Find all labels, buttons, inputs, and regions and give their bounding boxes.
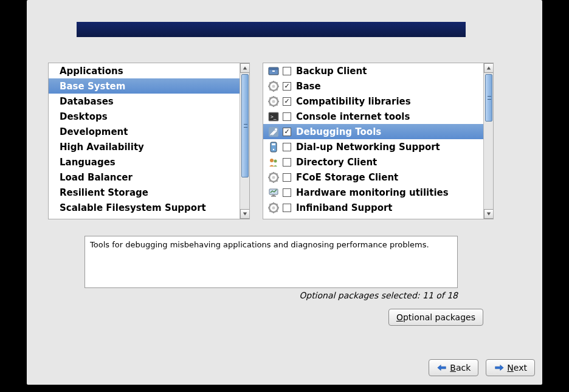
installer-page: ApplicationsBase SystemDatabasesDesktops… [27,0,542,385]
category-item[interactable]: Desktops [49,109,240,124]
gear-icon [267,95,280,108]
package-label: Dial-up Networking Support [296,142,440,153]
package-checkbox[interactable] [283,112,291,121]
svg-point-31 [274,159,277,162]
gear-icon [267,171,280,184]
package-item[interactable]: Hardware monitoring utilities [263,185,483,200]
package-checkbox[interactable] [283,143,291,151]
category-item[interactable]: Databases [49,94,240,109]
package-item[interactable]: ✓Debugging Tools [263,124,483,139]
package-item[interactable]: Infiniband Support [263,200,483,215]
package-item[interactable]: Dial-up Networking Support [263,139,483,154]
scroll-up-button[interactable] [240,63,250,73]
svg-line-38 [270,173,271,174]
svg-line-51 [270,204,271,205]
arrow-left-icon [436,363,447,372]
category-item[interactable]: Base System [49,78,240,94]
description-text: Tools for debugging misbehaving applicat… [90,240,429,249]
monitor-icon [267,186,280,199]
category-label: Databases [60,96,114,107]
package-label: Compatibility libraries [296,96,411,107]
svg-line-22 [277,97,278,98]
category-label: Base System [60,81,125,92]
category-label: Resilient Storage [60,187,148,198]
gear-icon [267,80,280,93]
package-label: Debugging Tools [296,126,381,137]
svg-line-10 [277,89,278,90]
svg-point-26 [275,128,277,131]
package-label: Hardware monitoring utilities [296,187,449,198]
svg-line-41 [277,173,278,174]
category-label: Scalable Filesystem Support [60,202,206,213]
package-item[interactable]: FCoE Storage Client [263,170,483,185]
package-item[interactable]: ✓Compatibility libraries [263,94,483,109]
svg-point-4 [272,84,275,88]
scroll-down-button[interactable] [484,209,494,219]
category-label: Languages [60,157,116,168]
optional-packages-button[interactable]: Optional packages [388,309,483,326]
package-label: Directory Client [296,157,377,168]
svg-line-21 [270,104,271,105]
package-checkbox[interactable]: ✓ [283,82,291,91]
package-checkbox[interactable]: ✓ [283,97,291,106]
svg-line-40 [270,180,271,181]
package-label: FCoE Storage Client [296,172,398,183]
svg-rect-44 [271,196,276,197]
wrench-icon [267,125,280,139]
svg-text:>_: >_ [271,114,277,120]
package-list: Backup Client✓Base✓Compatibility librari… [263,63,483,215]
back-button[interactable]: Back [429,359,478,376]
category-item[interactable]: Resilient Storage [49,185,240,200]
package-item[interactable]: Directory Client [263,154,483,170]
package-item[interactable]: ✓Base [263,78,483,94]
svg-line-54 [277,204,278,205]
svg-line-11 [270,89,271,90]
svg-point-29 [273,148,274,150]
svg-rect-28 [272,143,275,145]
terminal-icon: >_ [267,110,280,123]
package-checkbox[interactable]: ✓ [283,128,291,136]
package-label: Backup Client [296,66,367,77]
package-label: Infiniband Support [296,202,393,213]
category-scrollbar[interactable] [240,63,249,219]
optional-label-rest: ptional packages [403,312,475,322]
package-item[interactable]: Backup Client [263,63,483,78]
scroll-thumb[interactable] [485,74,492,122]
category-item[interactable]: Development [49,124,240,139]
package-checkbox[interactable] [283,173,291,182]
scroll-up-button[interactable] [484,63,494,73]
category-label: Development [60,126,128,137]
svg-rect-43 [272,194,275,196]
svg-line-19 [270,97,271,98]
category-item[interactable]: Scalable Filesystem Support [49,200,240,215]
scroll-thumb[interactable] [241,74,249,177]
svg-line-53 [270,210,271,211]
category-label: Desktops [60,111,108,122]
category-item[interactable]: Load Balancer [49,170,240,185]
package-label: Console internet tools [296,111,410,122]
category-list: ApplicationsBase SystemDatabasesDesktops… [49,63,240,215]
package-checkbox[interactable] [283,158,291,167]
svg-line-20 [277,104,278,105]
category-panel: ApplicationsBase SystemDatabasesDesktops… [48,63,250,219]
svg-line-12 [277,82,278,83]
svg-point-33 [272,176,275,179]
scroll-down-button[interactable] [240,209,250,219]
package-checkbox[interactable] [283,204,291,212]
svg-point-46 [272,206,275,209]
arrow-right-icon [494,363,505,372]
svg-rect-2 [272,70,275,72]
category-item[interactable]: Languages [49,154,240,170]
next-button[interactable]: Next [486,359,535,376]
svg-line-52 [277,210,278,211]
phone-icon [267,140,280,154]
package-label: Base [296,81,321,92]
category-item[interactable]: High Availability [49,139,240,154]
archive-icon [267,64,280,78]
package-item[interactable]: >_Console internet tools [263,109,483,124]
package-checkbox[interactable] [283,188,291,197]
category-item[interactable]: Applications [49,63,240,78]
package-checkbox[interactable] [283,67,291,75]
package-scrollbar[interactable] [483,63,493,219]
category-label: Applications [60,66,123,77]
